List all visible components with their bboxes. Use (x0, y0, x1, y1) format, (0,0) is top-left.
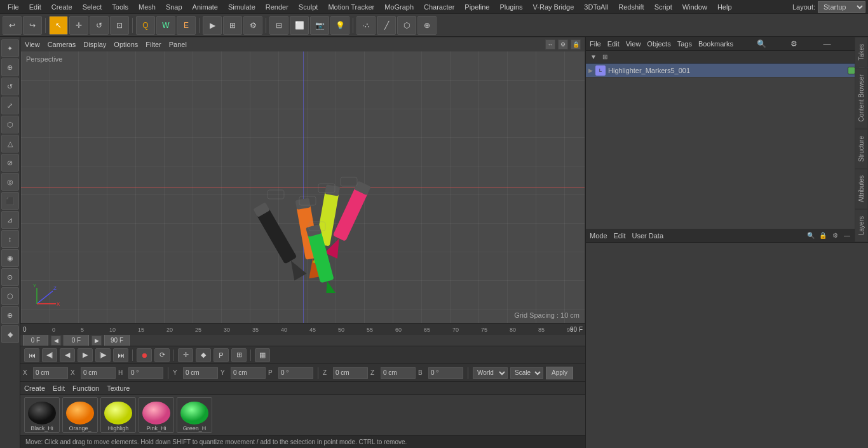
go-to-end-button[interactable]: ⏭ (113, 348, 128, 362)
sidebar-material-icon[interactable]: ◉ (1, 249, 19, 267)
om-filter-btn[interactable]: ▼ (588, 52, 599, 62)
viewport-menu-view[interactable]: View (25, 41, 40, 48)
viewport-menu-options[interactable]: Options (114, 41, 138, 48)
sidebar-plugin-icon[interactable]: ◆ (1, 325, 19, 343)
world-dropdown[interactable]: World Object (473, 367, 508, 379)
om-options-button[interactable]: ⚙ (790, 39, 799, 48)
coord-h-input[interactable] (128, 367, 163, 379)
menu-animate[interactable]: Animate (187, 2, 223, 12)
om-minimize-button[interactable]: — (822, 39, 831, 48)
auto-key-button[interactable]: P (214, 348, 229, 362)
attr-search-btn[interactable]: 🔍 (806, 231, 816, 241)
move-tool-button[interactable]: ✛ (69, 16, 88, 35)
go-to-start-button[interactable]: ⏮ (24, 348, 39, 362)
preview-end-input[interactable] (104, 334, 130, 347)
menu-mograph[interactable]: MoGraph (379, 2, 419, 12)
sidebar-scale-tool[interactable]: ⤢ (1, 97, 19, 114)
keyframe-button[interactable]: ◆ (196, 348, 211, 362)
om-bookmarks[interactable]: Bookmarks (698, 40, 733, 48)
edit-polygons-button[interactable]: ⬡ (397, 16, 416, 35)
move-playback-button[interactable]: ✛ (178, 348, 193, 362)
attr-mode[interactable]: Mode (590, 232, 607, 240)
menu-motion-tracker[interactable]: Motion Tracker (323, 2, 379, 12)
preview-start-input[interactable] (23, 334, 48, 347)
menu-sculpt[interactable]: Sculpt (294, 2, 323, 12)
viewport[interactable]: View Cameras Display Options Filter Pane… (20, 37, 585, 323)
select-tool-button[interactable]: ↖ (49, 16, 68, 35)
preview-current-input[interactable] (64, 334, 89, 347)
parent-axis-button[interactable]: E (177, 16, 196, 35)
viewport-menu-filter[interactable]: Filter (146, 41, 161, 48)
play-forward-button[interactable]: ▶ (78, 348, 93, 362)
loop-button[interactable]: ⟳ (154, 348, 170, 362)
menu-character[interactable]: Character (419, 2, 459, 12)
menu-plugins[interactable]: Plugins (494, 2, 527, 12)
render-picture-viewer-button[interactable]: ⊞ (223, 16, 242, 35)
sidebar-camera-icon2[interactable]: ⬡ (1, 287, 19, 305)
step-backward-button[interactable]: ◀| (42, 348, 57, 362)
material-orange[interactable]: Orange_ (62, 397, 98, 433)
object-axis-button[interactable]: Q (136, 16, 155, 35)
om-file[interactable]: File (590, 40, 601, 48)
edge-tab-takes[interactable]: Takes (855, 37, 868, 67)
coord-z1-input[interactable] (333, 367, 368, 379)
sidebar-selection-tool[interactable]: ✦ (1, 39, 19, 57)
om-group-btn[interactable]: ⊞ (600, 52, 610, 62)
play-backward-button[interactable]: ◀ (60, 348, 75, 362)
undo-button[interactable]: ↩ (3, 16, 22, 35)
om-tags[interactable]: Tags (677, 40, 692, 48)
sidebar-rotate-tool[interactable]: ↺ (1, 78, 19, 95)
om-content[interactable]: ▶ L Highlighter_Markers5_001 (586, 64, 868, 229)
menu-pipeline[interactable]: Pipeline (459, 2, 494, 12)
sidebar-deformer-icon[interactable]: ↕ (1, 230, 19, 248)
edit-uvw-button[interactable]: ⊕ (417, 16, 437, 35)
grid-button[interactable]: ⊟ (269, 16, 288, 35)
menu-mesh[interactable]: Mesh (133, 2, 161, 12)
material-header-function[interactable]: Function (72, 384, 99, 392)
material-yellow[interactable]: Highligh (100, 397, 136, 433)
attr-edit[interactable]: Edit (614, 232, 626, 240)
sidebar-polygon-pen[interactable]: △ (1, 135, 19, 153)
world-axis-button[interactable]: W (156, 16, 175, 35)
attr-user-data[interactable]: User Data (632, 232, 664, 240)
menu-render[interactable]: Render (261, 2, 294, 12)
sidebar-scene-icon[interactable]: ⊙ (1, 268, 19, 286)
viewport-settings-button[interactable]: ⚙ (558, 39, 568, 50)
edit-edges-button[interactable]: ╱ (377, 16, 396, 35)
floor-button[interactable]: ⬜ (290, 16, 309, 35)
menu-window[interactable]: Window (677, 2, 712, 12)
menu-vray[interactable]: V-Ray Bridge (528, 2, 580, 12)
attr-lock-btn[interactable]: 🔒 (818, 231, 828, 241)
menu-help[interactable]: Help (712, 2, 737, 12)
menu-create[interactable]: Create (46, 2, 78, 12)
sidebar-loop-cut[interactable]: ◎ (1, 173, 19, 191)
material-green[interactable]: Green_H (177, 397, 212, 433)
viewport-maximize-button[interactable]: ↔ (545, 39, 555, 50)
rotate-tool-button[interactable]: ↺ (90, 16, 109, 35)
scale-tool-button[interactable]: ⊡ (110, 16, 129, 35)
edit-points-button[interactable]: ·∴ (356, 16, 376, 35)
edge-tab-attributes[interactable]: Attributes (855, 168, 868, 209)
menu-snap[interactable]: Snap (161, 2, 187, 12)
om-objects[interactable]: Objects (647, 40, 670, 48)
menu-redshift[interactable]: Redshift (613, 2, 649, 12)
timeline-prev-btn[interactable]: ◀ (51, 336, 61, 346)
scale-dropdown[interactable]: Scale Size (510, 367, 543, 379)
sidebar-live-selection[interactable]: ⊘ (1, 154, 19, 172)
apply-button[interactable]: Apply (546, 367, 573, 379)
material-header-create[interactable]: Create (24, 384, 45, 392)
step-forward-button[interactable]: |▶ (95, 348, 111, 362)
timeline-type-button[interactable]: ⊞ (231, 348, 247, 362)
coord-x1-input[interactable] (33, 367, 68, 379)
menu-edit[interactable]: Edit (24, 2, 46, 12)
menu-script[interactable]: Script (649, 2, 677, 12)
viewport-menu-display[interactable]: Display (83, 41, 106, 48)
record-button[interactable]: ⏺ (137, 348, 152, 362)
layout-select[interactable]: Startup Standard Modeling (818, 1, 865, 13)
coord-x2-input[interactable] (81, 367, 116, 379)
sidebar-light-icon2[interactable]: ⊕ (1, 306, 19, 324)
menu-simulate[interactable]: Simulate (223, 2, 261, 12)
menu-select[interactable]: Select (78, 2, 107, 12)
viewport-menu-cameras[interactable]: Cameras (48, 41, 76, 48)
edge-tab-content-browser[interactable]: Content Browser (855, 67, 868, 128)
